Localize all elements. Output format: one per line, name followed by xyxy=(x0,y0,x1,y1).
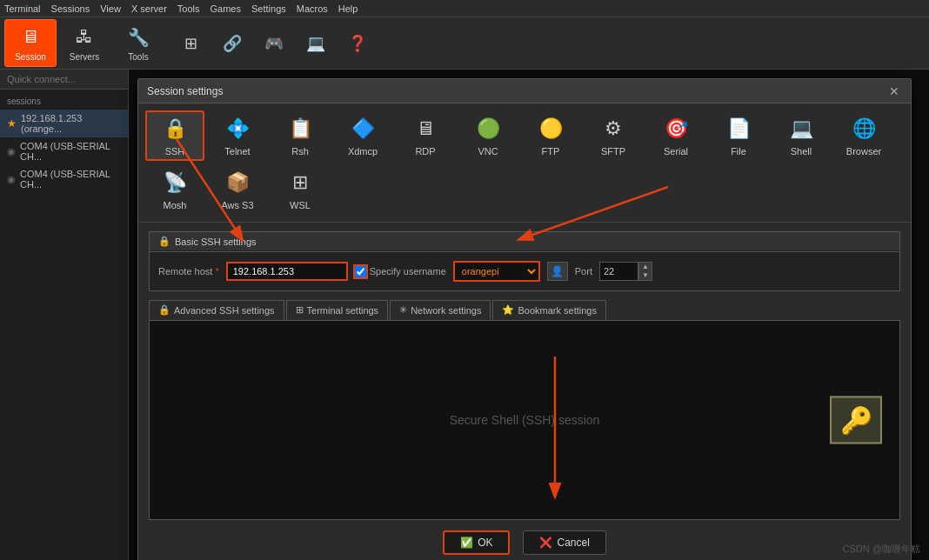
user-icon-button[interactable]: 👤 xyxy=(547,262,568,281)
sidebar-com4-2-label: COM4 (USB-SERIAL CH... xyxy=(20,169,121,190)
protocol-browser[interactable]: 🌐 Browser xyxy=(834,110,893,161)
close-button[interactable]: ✕ xyxy=(886,83,902,99)
modal-footer: ✅ OK ❌ Cancel xyxy=(149,520,900,560)
sidebar-item-host[interactable]: ★ 192.168.1.253 (orange... xyxy=(0,110,128,137)
modal-title: Session settings xyxy=(147,85,223,97)
tools-icon: 🔧 xyxy=(126,25,150,50)
protocol-shell[interactable]: 💻 Shell xyxy=(772,110,831,161)
network-settings-label: Network settings xyxy=(411,305,481,316)
toolbar-tools[interactable]: 🔧 Tools xyxy=(112,19,164,67)
specify-username-checkbox-label[interactable]: Specify username xyxy=(355,266,446,277)
ftp-icon: 🟡 xyxy=(537,115,565,143)
sidebar: sessions ★ 192.168.1.253 (orange... ◉ CO… xyxy=(0,70,129,560)
toolbar-servers[interactable]: 🖧 Servers xyxy=(58,19,110,67)
search-input[interactable] xyxy=(0,70,128,90)
toolbar-session-label: Session xyxy=(15,52,46,62)
menu-help[interactable]: Help xyxy=(338,3,358,14)
toolbar-extra2[interactable]: 🔗 xyxy=(215,19,250,67)
basic-ssh-tab-icon: 🔒 xyxy=(158,236,170,247)
menu-bar: Terminal Sessions View X server Tools Ga… xyxy=(0,0,929,17)
awss3-icon: 📦 xyxy=(224,169,251,197)
sidebar-host-label: 192.168.1.253 (orange... xyxy=(21,113,121,134)
port-down-arrow[interactable]: ▼ xyxy=(639,271,652,280)
sidebar-com4-1-label: COM4 (USB-SERIAL CH... xyxy=(20,141,121,162)
content-text: Secure Shell (SSH) session xyxy=(450,413,600,427)
port-up-arrow[interactable]: ▲ xyxy=(639,263,652,271)
menu-settings[interactable]: Settings xyxy=(251,3,286,14)
network-settings-icon: ✳ xyxy=(399,304,407,316)
protocol-awss3[interactable]: 📦 Aws S3 xyxy=(208,164,267,215)
star-icon: ★ xyxy=(7,117,17,130)
protocol-serial-label: Serial xyxy=(664,146,688,157)
menu-xserver[interactable]: X server xyxy=(131,3,167,14)
com4-1-icon: ◉ xyxy=(7,146,16,157)
protocol-rdp-label: RDP xyxy=(415,146,435,157)
advanced-ssh-label: Advanced SSH settings xyxy=(174,305,275,316)
toolbar-extra5[interactable]: ❓ xyxy=(340,19,375,67)
ok-button[interactable]: ✅ OK xyxy=(443,530,510,555)
protocol-file-label: File xyxy=(731,146,746,157)
telnet-icon: 💠 xyxy=(224,115,251,143)
protocol-file[interactable]: 📄 File xyxy=(709,110,768,161)
protocol-rdp[interactable]: 🖥 RDP xyxy=(396,110,455,161)
watermark: CSDN @咖喱年糕 xyxy=(843,543,920,556)
session-icon: 🖥 xyxy=(18,25,43,50)
protocol-area: 🔒 SSH 💠 Telnet 📋 Rsh 🔷 Xdmcp 🖥 RDP 🟢 xyxy=(138,103,911,223)
subtabs: 🔒 Advanced SSH settings ⊞ Terminal setti… xyxy=(149,300,900,320)
basic-form-row: Remote host * Specify username orangepi … xyxy=(158,261,891,282)
protocol-mosh[interactable]: 📡 Mosh xyxy=(145,164,204,215)
menu-tools[interactable]: Tools xyxy=(177,3,200,14)
toolbar-extra1[interactable]: ⊞ xyxy=(173,19,208,67)
subtab-network[interactable]: ✳ Network settings xyxy=(390,300,491,320)
toolbar-session[interactable]: 🖥 Session xyxy=(4,19,57,67)
port-label: Port xyxy=(575,266,592,277)
protocol-telnet[interactable]: 💠 Telnet xyxy=(208,110,267,161)
protocol-sftp-label: SFTP xyxy=(601,146,625,157)
wsl-icon: ⊞ xyxy=(286,169,314,197)
protocol-ssh[interactable]: 🔒 SSH xyxy=(145,110,204,161)
protocol-mosh-label: Mosh xyxy=(164,200,187,210)
extra5-icon: ❓ xyxy=(345,31,370,56)
username-select[interactable]: orangepi xyxy=(453,261,540,282)
protocol-xdmcp[interactable]: 🔷 Xdmcp xyxy=(333,110,392,161)
toolbar-servers-label: Servers xyxy=(70,52,99,62)
protocol-wsl[interactable]: ⊞ WSL xyxy=(271,164,330,215)
cancel-x-icon: ❌ xyxy=(539,537,552,549)
ok-check-icon: ✅ xyxy=(460,537,473,549)
protocol-shell-label: Shell xyxy=(791,146,812,157)
subtab-bookmark[interactable]: ⭐ Bookmark settings xyxy=(492,300,605,320)
port-input[interactable] xyxy=(599,262,638,281)
rdp-icon: 🖥 xyxy=(411,115,439,143)
modal-overlay: Session settings ✕ 🔒 SSH 💠 Telnet 📋 Rsh … xyxy=(129,70,929,560)
subtab-advanced-ssh[interactable]: 🔒 Advanced SSH settings xyxy=(149,300,284,320)
remote-host-input[interactable] xyxy=(226,262,348,281)
cancel-button[interactable]: ❌ Cancel xyxy=(523,530,605,555)
sidebar-item-com4-2[interactable]: ◉ COM4 (USB-SERIAL CH... xyxy=(0,165,128,193)
toolbar-extra4[interactable]: 💻 xyxy=(298,19,333,67)
sidebar-item-com4-1[interactable]: ◉ COM4 (USB-SERIAL CH... xyxy=(0,137,128,165)
port-field: ▲ ▼ xyxy=(599,262,652,281)
menu-view[interactable]: View xyxy=(100,3,121,14)
remote-host-label: Remote host * xyxy=(158,266,219,277)
subtab-terminal[interactable]: ⊞ Terminal settings xyxy=(286,300,389,320)
settings-area: 🔒 Basic SSH settings Remote host * Speci… xyxy=(138,223,911,560)
servers-icon: 🖧 xyxy=(72,25,97,50)
basic-settings-tab[interactable]: 🔒 Basic SSH settings xyxy=(149,231,900,251)
menu-sessions[interactable]: Sessions xyxy=(51,3,90,14)
menu-terminal[interactable]: Terminal xyxy=(4,3,41,14)
specify-username-checkbox[interactable] xyxy=(355,266,366,277)
cancel-button-label: Cancel xyxy=(557,537,589,549)
protocol-sftp[interactable]: ⚙ SFTP xyxy=(584,110,643,161)
toolbar-extra3[interactable]: 🎮 xyxy=(257,19,291,67)
protocol-serial[interactable]: 🎯 Serial xyxy=(646,110,705,161)
protocol-rsh[interactable]: 📋 Rsh xyxy=(271,110,330,161)
protocol-rsh-label: Rsh xyxy=(291,146,309,157)
menu-games[interactable]: Games xyxy=(211,3,241,14)
menu-macros[interactable]: Macros xyxy=(297,3,328,14)
port-spinner[interactable]: ▲ ▼ xyxy=(638,262,652,281)
protocol-ftp[interactable]: 🟡 FTP xyxy=(521,110,580,161)
content-panel: Secure Shell (SSH) session 🔑 xyxy=(149,320,900,520)
protocol-vnc[interactable]: 🟢 VNC xyxy=(458,110,518,161)
protocol-wsl-label: WSL xyxy=(290,200,311,210)
protocol-ftp-label: FTP xyxy=(542,146,560,157)
